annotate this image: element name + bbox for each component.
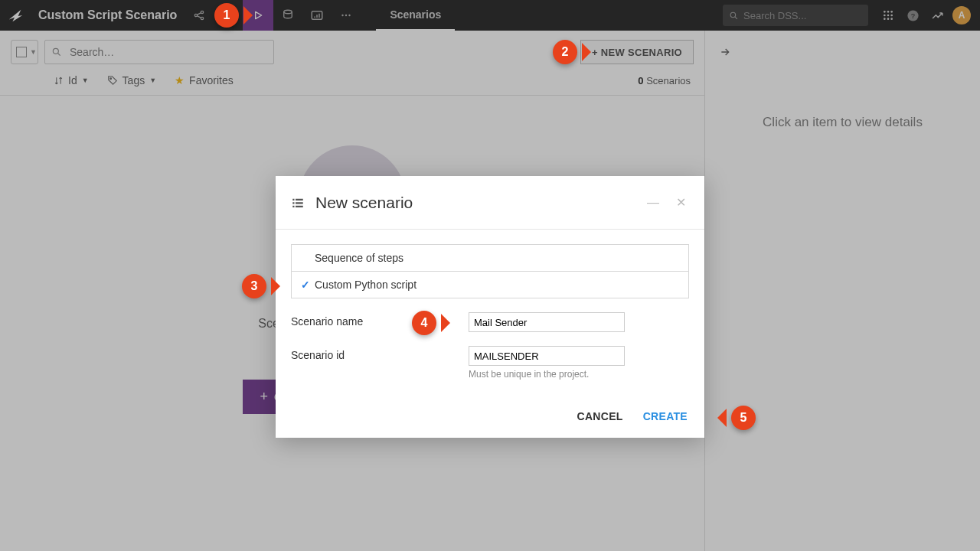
create-button[interactable]: CREATE <box>643 410 688 422</box>
svg-rect-26 <box>292 202 294 204</box>
option-custom-python-script[interactable]: ✓ Custom Python script <box>291 271 689 298</box>
scenario-id-hint: Must be unique in the project. <box>469 369 625 380</box>
scenario-id-label: Scenario id <box>291 346 469 361</box>
minimize-icon[interactable]: — <box>644 193 662 213</box>
checkmark-icon: ✓ <box>301 279 315 291</box>
option-sequence-of-steps[interactable]: Sequence of steps <box>291 244 689 272</box>
modal-overlay: New scenario — ✕ Sequence of steps ✓ Cus… <box>0 0 980 551</box>
scenario-name-input[interactable] <box>469 312 625 332</box>
scenario-name-label: Scenario name <box>291 312 469 328</box>
svg-rect-25 <box>296 198 303 200</box>
close-icon[interactable]: ✕ <box>673 192 689 213</box>
new-scenario-modal: New scenario — ✕ Sequence of steps ✓ Cus… <box>276 176 704 438</box>
modal-title: New scenario <box>315 194 413 212</box>
svg-rect-24 <box>292 198 294 200</box>
svg-rect-27 <box>296 202 303 204</box>
list-icon <box>291 196 305 210</box>
scenario-id-input[interactable] <box>469 346 625 366</box>
cancel-button[interactable]: CANCEL <box>577 410 623 422</box>
svg-rect-29 <box>296 205 303 207</box>
svg-rect-28 <box>292 205 294 207</box>
